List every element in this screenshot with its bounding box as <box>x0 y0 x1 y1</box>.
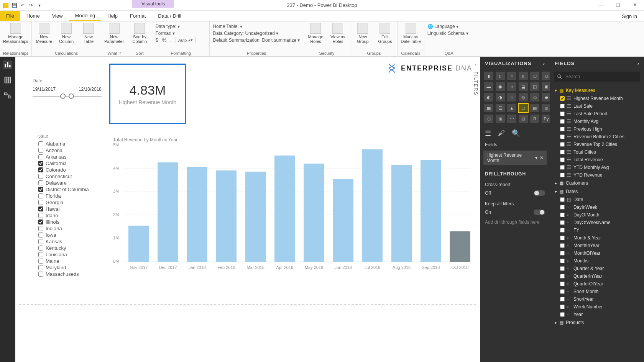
format-tab-icon[interactable]: 🖌 <box>498 129 505 138</box>
field-item[interactable]: ▫ShortYear <box>554 295 640 303</box>
decimal-auto[interactable]: Auto ▴▾ <box>176 37 196 43</box>
state-item[interactable]: Indiana <box>38 226 100 231</box>
state-checkbox[interactable] <box>38 193 43 198</box>
card-visual-selected[interactable]: 4.83M Highest Revenue Month <box>109 64 186 124</box>
field-checkbox[interactable] <box>560 157 565 162</box>
close-button[interactable]: ✕ <box>627 0 642 9</box>
field-item[interactable]: ▫DayInWeek <box>554 203 640 211</box>
new-measure-button[interactable]: New Measure <box>35 23 53 44</box>
maximize-button[interactable]: ☐ <box>610 0 626 9</box>
state-item[interactable]: Alabama <box>38 141 100 147</box>
tab-home[interactable]: Home <box>20 11 46 21</box>
qat-dropdown-icon[interactable]: ▾ <box>37 3 42 8</box>
viz-type-12[interactable]: ◐ <box>484 93 493 102</box>
drillthrough-placeholder[interactable]: Add drillthrough fields here <box>480 216 550 228</box>
field-checkbox[interactable] <box>560 289 565 294</box>
state-item[interactable]: Iowa <box>38 232 100 238</box>
field-checkbox[interactable] <box>560 205 565 210</box>
field-checkbox[interactable] <box>560 197 565 202</box>
state-checkbox[interactable] <box>38 141 43 146</box>
field-checkbox[interactable] <box>560 134 565 139</box>
state-checkbox[interactable] <box>38 226 43 231</box>
viz-type-24[interactable]: ⊡ <box>484 115 493 123</box>
mark-date-table-button[interactable]: Mark as Date Table <box>401 23 421 44</box>
field-item[interactable]: ▫QuarterInYear <box>554 272 640 280</box>
viz-type-7[interactable]: ◉ <box>496 82 505 91</box>
bar[interactable]: Feb 2018 <box>216 170 237 262</box>
field-item[interactable]: ☶Highest Revenue Month <box>554 95 640 102</box>
state-checkbox[interactable] <box>38 167 43 172</box>
percent-button[interactable]: % <box>162 37 167 43</box>
cross-report-toggle[interactable] <box>534 190 545 196</box>
field-checkbox[interactable] <box>560 119 565 124</box>
field-checkbox[interactable] <box>560 243 565 248</box>
viz-type-1[interactable]: ▯ <box>496 72 505 80</box>
field-item[interactable]: ☶Revenue Bottom 2 Cities <box>554 133 640 141</box>
minimize-button[interactable]: — <box>593 0 609 9</box>
viz-type-14[interactable]: ○ <box>507 93 516 102</box>
bar[interactable]: Nov 2017 <box>128 226 149 262</box>
field-checkbox[interactable] <box>560 282 565 286</box>
field-item[interactable]: ☶YTD Monthly Avg <box>554 164 640 171</box>
bar[interactable]: Dec 2017 <box>158 162 178 262</box>
state-checkbox[interactable] <box>38 239 43 244</box>
table-header[interactable]: ▾▦Key Measures <box>554 86 640 95</box>
viz-type-20[interactable]: ▲ <box>507 104 516 112</box>
bar[interactable]: Jun 2018 <box>333 179 353 262</box>
state-checkbox[interactable] <box>38 174 43 179</box>
field-item[interactable]: ▤Date <box>554 196 640 203</box>
field-checkbox[interactable] <box>560 251 565 256</box>
manage-roles-button[interactable]: Manage Roles <box>306 23 325 44</box>
viz-type-8[interactable]: ⌗ <box>507 82 516 91</box>
viz-type-25[interactable]: ⊞ <box>496 115 505 123</box>
bar[interactable]: Aug 2018 <box>391 165 412 262</box>
bar[interactable]: Jan 2018 <box>187 167 207 262</box>
bar[interactable]: Sep 2018 <box>421 160 441 262</box>
remove-field-icon[interactable]: ✕ <box>540 155 544 161</box>
field-item[interactable]: ▫Quarter & Year <box>554 265 640 272</box>
state-item[interactable]: Arkansas <box>38 154 100 160</box>
state-item[interactable]: California <box>38 161 100 166</box>
state-checkbox[interactable] <box>38 272 43 277</box>
viz-type-19[interactable]: ☰ <box>496 104 505 112</box>
state-checkbox[interactable] <box>38 180 43 185</box>
viz-type-16[interactable]: ⬭ <box>530 93 539 102</box>
date-thumb-to[interactable] <box>69 93 74 99</box>
state-checkbox[interactable] <box>38 265 43 270</box>
field-item[interactable]: ▫DayOfWeekName <box>554 219 640 226</box>
viz-type-9[interactable]: ⬓ <box>519 82 528 91</box>
model-view-icon[interactable] <box>3 91 12 100</box>
state-item[interactable]: Kansas <box>38 239 100 244</box>
field-checkbox[interactable] <box>560 297 565 301</box>
edit-groups-button[interactable]: Edit Groups <box>376 23 394 44</box>
date-slider-track[interactable] <box>33 96 102 97</box>
viz-type-0[interactable]: ▮ <box>484 72 493 80</box>
state-item[interactable]: Kentucky <box>38 245 100 251</box>
field-checkbox[interactable] <box>560 220 565 225</box>
tab-data-drill[interactable]: Data / Drill <box>152 11 187 21</box>
chevron-down-icon[interactable]: ▾ <box>535 155 537 161</box>
comma-button[interactable]: , <box>170 37 172 43</box>
field-checkbox[interactable] <box>560 213 565 217</box>
field-item[interactable]: ▫QuarterOfYear <box>554 280 640 288</box>
state-item[interactable]: Colorado <box>38 167 100 173</box>
field-checkbox[interactable] <box>560 274 565 278</box>
field-item[interactable]: ▫FY <box>554 226 640 234</box>
bar[interactable]: Jul 2018 <box>362 149 383 262</box>
state-checkbox[interactable] <box>38 246 43 251</box>
state-item[interactable]: Hawaii <box>38 206 100 212</box>
state-checkbox[interactable] <box>38 259 43 264</box>
state-item[interactable]: Delaware <box>38 180 100 186</box>
new-column-button[interactable]: New Column <box>57 23 76 44</box>
field-checkbox[interactable] <box>560 142 565 147</box>
format-dropdown[interactable]: Format: ▾ <box>155 30 206 37</box>
undo-icon[interactable]: ↶ <box>20 3 25 8</box>
home-table-dropdown[interactable]: Home Table: ▾ <box>213 23 300 30</box>
table-header[interactable]: ▸▦Products <box>554 318 640 327</box>
field-chip-highest-revenue[interactable]: Highest Revenue Month ▾✕ <box>483 151 547 165</box>
linguistic-schema-dropdown[interactable]: Linguistic Schema ▾ <box>427 30 471 37</box>
viz-type-10[interactable]: ◫ <box>530 82 539 91</box>
field-item[interactable]: ▫MonthInYear <box>554 242 640 249</box>
state-checkbox[interactable] <box>38 206 43 211</box>
bar[interactable]: Mar 2018 <box>245 172 266 262</box>
